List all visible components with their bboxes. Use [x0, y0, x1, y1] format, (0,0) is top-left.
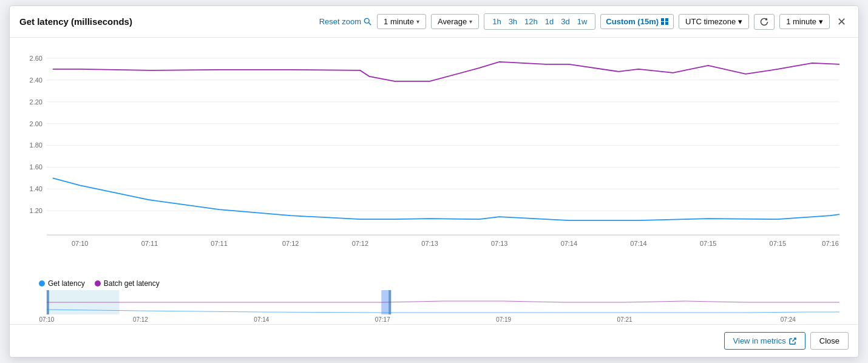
- time-range-group: 1h 3h 12h 1d 3d 1w: [484, 13, 595, 30]
- refresh-icon: [759, 17, 769, 27]
- chevron-icon: ▾: [469, 18, 472, 25]
- svg-text:2.60: 2.60: [30, 55, 42, 62]
- minimap-get-line: [47, 310, 839, 313]
- chevron-icon: ▾: [416, 18, 419, 25]
- svg-text:1.80: 1.80: [30, 142, 42, 149]
- svg-line-1: [368, 22, 371, 25]
- time-3h[interactable]: 3h: [506, 15, 520, 28]
- svg-text:07:21: 07:21: [617, 316, 632, 323]
- svg-text:07:11: 07:11: [211, 240, 227, 247]
- minimap-area: 07:10 07:12 07:14 07:17 07:19 07:21 07:2…: [19, 290, 849, 324]
- svg-text:07:12: 07:12: [282, 240, 299, 247]
- aggregation-label: Average: [438, 17, 467, 26]
- svg-text:07:14: 07:14: [254, 316, 269, 323]
- svg-text:07:11: 07:11: [141, 240, 158, 247]
- svg-text:07:10: 07:10: [39, 316, 54, 323]
- time-1w[interactable]: 1w: [574, 15, 591, 28]
- modal-title: Get latency (milliseconds): [19, 16, 132, 27]
- svg-point-0: [364, 18, 369, 23]
- svg-text:07:13: 07:13: [491, 240, 507, 247]
- interval-dropdown-1[interactable]: 1 minute ▾: [377, 14, 426, 29]
- svg-text:07:12: 07:12: [133, 316, 148, 323]
- close-footer-button[interactable]: Close: [810, 332, 849, 350]
- svg-text:07:24: 07:24: [781, 316, 796, 323]
- time-1h[interactable]: 1h: [489, 15, 504, 28]
- svg-text:1.20: 1.20: [30, 207, 42, 214]
- batch-latency-legend-label: Batch get latency: [104, 279, 160, 288]
- main-chart-container: 2.60 2.40 2.20 2.00 1.80 1.60 1.40 1.20: [19, 47, 849, 274]
- chart-area: 2.60 2.40 2.20 2.00 1.80 1.60 1.40 1.20: [10, 38, 858, 274]
- svg-text:07:15: 07:15: [700, 240, 716, 247]
- legend: Get latency Batch get latency: [10, 274, 858, 290]
- time-3d[interactable]: 3d: [558, 15, 572, 28]
- svg-text:07:19: 07:19: [496, 316, 511, 323]
- interval-1-label: 1 minute: [384, 17, 414, 26]
- custom-range-label: Custom (15m): [606, 17, 659, 26]
- svg-text:07:14: 07:14: [630, 240, 646, 247]
- batch-latency-dot: [95, 280, 101, 287]
- svg-text:07:17: 07:17: [375, 316, 390, 323]
- view-metrics-label: View in metrics: [733, 336, 786, 345]
- close-x-button[interactable]: ✕: [835, 16, 849, 27]
- chevron-icon: ▾: [819, 17, 823, 26]
- modal-container: Get latency (milliseconds) Reset zoom 1 …: [9, 5, 859, 358]
- svg-text:1.40: 1.40: [30, 185, 42, 192]
- close-label: Close: [819, 336, 839, 345]
- get-latency-dot: [39, 280, 45, 287]
- svg-text:07:15: 07:15: [770, 240, 786, 247]
- svg-text:2.40: 2.40: [30, 76, 42, 84]
- svg-text:2.00: 2.00: [30, 120, 42, 127]
- svg-text:1.60: 1.60: [30, 163, 42, 171]
- svg-line-38: [792, 338, 796, 342]
- grid-icon: [661, 18, 668, 25]
- get-latency-legend-label: Get latency: [48, 279, 85, 288]
- batch-latency-line: [53, 62, 839, 81]
- svg-text:07:12: 07:12: [352, 240, 368, 247]
- svg-text:07:10: 07:10: [72, 240, 88, 247]
- aggregation-dropdown[interactable]: Average ▾: [431, 14, 479, 29]
- chevron-icon: ▾: [738, 17, 742, 26]
- minimap-batch-line: [47, 301, 839, 302]
- timezone-dropdown[interactable]: UTC timezone ▾: [679, 14, 749, 29]
- view-metrics-button[interactable]: View in metrics: [724, 332, 805, 350]
- svg-text:07:14: 07:14: [561, 240, 577, 247]
- modal-footer: View in metrics Close: [10, 324, 858, 357]
- zoom-icon: [364, 18, 372, 26]
- svg-text:07:16: 07:16: [822, 240, 838, 247]
- time-12h[interactable]: 12h: [521, 15, 541, 28]
- batch-latency-legend: Batch get latency: [95, 279, 160, 288]
- minimap-svg: 07:10 07:12 07:14 07:17 07:19 07:21 07:2…: [19, 290, 849, 324]
- modal-header: Get latency (milliseconds) Reset zoom 1 …: [10, 6, 858, 38]
- external-link-icon: [789, 338, 796, 345]
- interval-dropdown-2[interactable]: 1 minute ▾: [779, 14, 830, 29]
- header-controls: Reset zoom 1 minute ▾ Average ▾ 1h 3h 12…: [319, 13, 849, 30]
- svg-text:07:13: 07:13: [421, 240, 438, 247]
- main-chart-svg: 2.60 2.40 2.20 2.00 1.80 1.60 1.40 1.20: [19, 47, 849, 271]
- timezone-label: UTC timezone: [685, 17, 736, 26]
- get-latency-legend: Get latency: [39, 279, 85, 288]
- interval-2-label: 1 minute: [786, 17, 816, 26]
- get-latency-line: [53, 178, 839, 220]
- time-1d[interactable]: 1d: [542, 15, 557, 28]
- reset-zoom-label: Reset zoom: [319, 17, 361, 26]
- svg-text:2.20: 2.20: [30, 98, 42, 106]
- refresh-button[interactable]: [754, 14, 775, 30]
- custom-range-button[interactable]: Custom (15m): [600, 14, 674, 29]
- reset-zoom-button[interactable]: Reset zoom: [319, 17, 372, 26]
